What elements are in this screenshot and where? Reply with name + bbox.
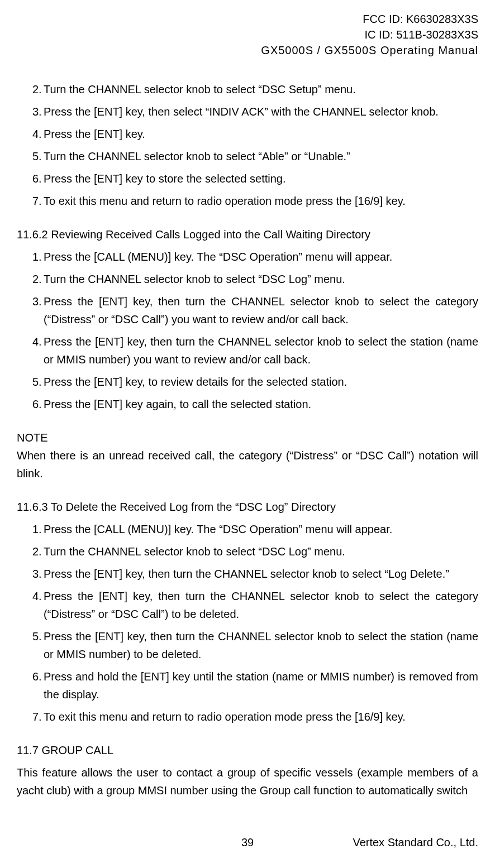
list-text: Press the [ENT] key, then turn the CHANN… [39,292,478,328]
section-d-heading: 11.7 GROUP CALL [17,741,478,759]
section-c-heading: 11.6.3 To Delete the Received Log from t… [17,498,478,516]
list-text: Press the [ENT] key, to review details f… [39,373,478,391]
list-number: 2. [17,543,39,560]
page-footer: 39 Vertex Standard Co., Ltd. [17,833,478,851]
section-b-heading: 11.6.2 Reviewing Received Calls Logged i… [17,226,478,243]
list-item: 1.Press the [CALL (MENU)] key. The “DSC … [17,248,478,266]
list-number: 4. [17,125,39,143]
list-item: 5.Press the [ENT] key, then turn the CHA… [17,627,478,663]
list-item: 4.Press the [ENT] key. [17,125,478,143]
list-text: Press the [CALL (MENU)] key. The “DSC Op… [39,248,478,266]
list-number: 5. [17,147,39,165]
list-text: Turn the CHANNEL selector knob to select… [39,80,478,98]
list-text: Press the [ENT] key, then turn the CHANN… [39,587,478,623]
list-text: Press the [ENT] key, then turn the CHANN… [39,333,478,368]
section-d-body: This feature allows the user to contact … [17,764,478,799]
list-item: 6.Press the [ENT] key to store the selec… [17,170,478,188]
list-item: 5.Press the [ENT] key, to review details… [17,373,478,391]
list-item: 6.Press and hold the [ENT] key until the… [17,668,478,703]
list-item: 4.Press the [ENT] key, then turn the CHA… [17,587,478,623]
list-number: 5. [17,627,39,663]
list-text: Press the [ENT] key again, to call the s… [39,395,478,413]
list-number: 7. [17,708,39,726]
list-number: 1. [17,248,39,266]
list-item: 7.To exit this menu and return to radio … [17,708,478,726]
list-text: Press the [ENT] key. [39,125,478,143]
list-item: 2.Turn the CHANNEL selector knob to sele… [17,80,478,98]
list-text: Press the [ENT] key, then turn the CHANN… [39,627,478,663]
fcc-id: FCC ID: K6630283X3S [17,11,478,27]
page-number: 39 [241,833,254,851]
list-number: 7. [17,192,39,210]
list-item: 3.Press the [ENT] key, then turn the CHA… [17,565,478,583]
list-text: Turn the CHANNEL selector knob to select… [39,270,478,288]
list-a: 2.Turn the CHANNEL selector knob to sele… [17,80,478,210]
list-item: 2.Turn the CHANNEL selector knob to sele… [17,270,478,288]
list-number: 5. [17,373,39,391]
list-text: Turn the CHANNEL selector knob to select… [39,543,478,560]
list-item: 3.Press the [ENT] key, then turn the CHA… [17,292,478,328]
list-number: 6. [17,170,39,188]
list-b: 1.Press the [CALL (MENU)] key. The “DSC … [17,248,478,413]
list-c: 1.Press the [CALL (MENU)] key. The “DSC … [17,520,478,726]
list-number: 6. [17,668,39,703]
list-item: 1.Press the [CALL (MENU)] key. The “DSC … [17,520,478,538]
doc-title: GX5000S / GX5500S Operating Manual [17,42,478,58]
company-name: Vertex Standard Co., Ltd. [353,833,478,851]
list-number: 3. [17,292,39,328]
list-number: 1. [17,520,39,538]
list-number: 4. [17,333,39,368]
list-number: 6. [17,395,39,413]
page-header: FCC ID: K6630283X3S IC ID: 511B-30283X3S… [17,11,478,58]
list-number: 4. [17,587,39,623]
list-number: 3. [17,565,39,583]
list-number: 2. [17,270,39,288]
list-text: Press the [ENT] key, then select “INDIV … [39,103,478,121]
note-body: When there is an unread received call, t… [17,447,478,482]
list-number: 2. [17,80,39,98]
list-text: To exit this menu and return to radio op… [39,192,478,210]
list-text: Press the [ENT] key to store the selecte… [39,170,478,188]
ic-id: IC ID: 511B-30283X3S [17,27,478,42]
note-label: NOTE [17,429,478,447]
list-text: Turn the CHANNEL selector knob to select… [39,147,478,165]
list-item: 7.To exit this menu and return to radio … [17,192,478,210]
list-text: Press and hold the [ENT] key until the s… [39,668,478,703]
list-item: 6.Press the [ENT] key again, to call the… [17,395,478,413]
list-text: To exit this menu and return to radio op… [39,708,478,726]
list-text: Press the [ENT] key, then turn the CHANN… [39,565,478,583]
list-item: 5.Turn the CHANNEL selector knob to sele… [17,147,478,165]
list-item: 3.Press the [ENT] key, then select “INDI… [17,103,478,121]
list-item: 4.Press the [ENT] key, then turn the CHA… [17,333,478,368]
list-text: Press the [CALL (MENU)] key. The “DSC Op… [39,520,478,538]
list-item: 2.Turn the CHANNEL selector knob to sele… [17,543,478,560]
list-number: 3. [17,103,39,121]
